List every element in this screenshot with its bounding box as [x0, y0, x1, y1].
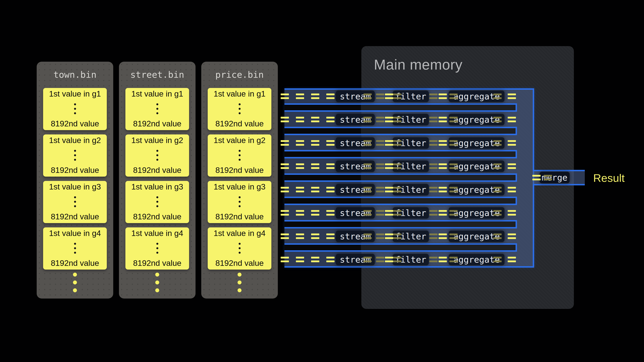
data-chunk-trail-icon [376, 187, 384, 192]
data-chunk-trail-icon [364, 234, 372, 239]
data-chunk-icon [281, 187, 289, 192]
data-chunk-icon [385, 210, 393, 216]
data-chunk-icon [296, 140, 304, 146]
data-chunk-icon [508, 117, 516, 122]
data-chunk-trail-icon [364, 210, 372, 216]
data-chunk-trail-icon [376, 117, 384, 122]
data-chunk-icon [439, 210, 447, 216]
data-chunk-trail-icon [429, 140, 438, 146]
data-chunk-trail-icon [494, 234, 502, 239]
data-chunk-icon [508, 93, 516, 99]
data-chunk-trail-icon [494, 117, 502, 122]
data-chunk-icon [439, 257, 447, 262]
data-chunk-icon [385, 257, 393, 262]
data-chunk-trail-icon [393, 163, 402, 169]
data-chunk-icon [311, 140, 319, 146]
data-chunk-trail-icon [429, 163, 438, 169]
file-name-label: town.bin [37, 69, 113, 80]
data-chunk-icon [508, 257, 516, 262]
file-name-label: street.bin [119, 69, 196, 80]
data-chunk-trail-icon [364, 257, 372, 262]
data-chunk-trail-icon [393, 93, 402, 99]
data-chunk-icon [532, 175, 540, 180]
data-chunk-icon [385, 117, 393, 122]
data-chunk-icon [296, 234, 304, 239]
data-chunk-icon [281, 140, 289, 146]
data-chunk-trail-icon [494, 140, 502, 146]
data-chunk-icon [439, 163, 447, 169]
pipeline-row: stream filter aggregate [0, 205, 644, 221]
channel-gap [284, 127, 517, 135]
file-name-label: price.bin [201, 69, 278, 80]
data-chunk-trail-icon [364, 117, 372, 122]
data-chunk-trail-icon [494, 163, 502, 169]
data-chunk-icon [508, 140, 516, 146]
data-chunk-icon [296, 93, 304, 99]
data-chunk-trail-icon [364, 163, 372, 169]
data-chunk-icon [311, 210, 319, 216]
data-chunk-icon [296, 210, 304, 216]
more-groups-ellipsis-icon [37, 273, 113, 292]
data-chunk-icon [326, 210, 334, 216]
channel-gap [284, 220, 517, 228]
data-chunk-trail-icon [393, 210, 402, 216]
more-groups-ellipsis-icon [119, 273, 196, 292]
data-chunk-icon [296, 257, 304, 262]
data-chunk-icon [508, 163, 516, 169]
data-chunk-icon [326, 163, 334, 169]
data-chunk-icon [385, 140, 393, 146]
pipeline-row: stream filter aggregate [0, 252, 644, 268]
data-chunk-icon [296, 187, 304, 192]
data-chunk-icon [326, 257, 334, 262]
data-chunk-trail-icon [429, 210, 438, 216]
data-chunk-icon [311, 257, 319, 262]
data-chunk-icon [296, 163, 304, 169]
data-chunk-icon [385, 187, 393, 192]
data-chunk-icon [281, 163, 289, 169]
data-chunk-trail-icon [393, 140, 402, 146]
data-chunk-trail-icon [494, 257, 502, 262]
data-chunk-icon [281, 234, 289, 239]
data-chunk-trail-icon [393, 234, 402, 239]
data-chunk-icon [326, 140, 334, 146]
data-chunk-trail-icon [429, 93, 438, 99]
data-chunk-icon [311, 187, 319, 192]
data-chunk-icon [439, 187, 447, 192]
result-label: Result [593, 172, 625, 184]
data-chunk-trail-icon [429, 234, 438, 239]
channel-gap [284, 173, 517, 182]
data-chunk-trail-icon [376, 234, 384, 239]
data-chunk-icon [311, 163, 319, 169]
data-chunk-icon [281, 257, 289, 262]
data-chunk-icon [281, 210, 289, 216]
data-chunk-trail-icon [494, 210, 502, 216]
data-chunk-icon [439, 117, 447, 122]
data-chunk-icon [439, 140, 447, 146]
data-chunk-trail-icon [449, 257, 458, 262]
data-chunk-trail-icon [449, 234, 458, 239]
data-chunk-icon [326, 93, 334, 99]
pipeline-row: stream filter aggregate [0, 88, 644, 104]
data-chunk-trail-icon [376, 140, 384, 146]
data-chunk-icon [326, 234, 334, 239]
data-chunk-trail-icon [429, 257, 438, 262]
data-chunk-trail-icon [449, 93, 458, 99]
data-chunk-trail-icon [376, 257, 384, 262]
data-chunk-icon [385, 234, 393, 239]
data-chunk-icon [385, 93, 393, 99]
data-chunk-trail-icon [376, 163, 384, 169]
data-chunk-trail-icon [376, 210, 384, 216]
pipeline-row: stream filter aggregate [0, 228, 644, 244]
diagram-stage: Main memory town.bin 1st value in g1 819… [0, 0, 644, 362]
data-chunk-trail-icon [393, 187, 402, 192]
data-chunk-icon [326, 117, 334, 122]
data-chunk-trail-icon [494, 187, 502, 192]
data-chunk-icon [326, 187, 334, 192]
data-chunk-icon [439, 234, 447, 239]
pipeline-row: stream filter aggregate [0, 112, 644, 128]
data-chunk-icon [311, 93, 319, 99]
data-chunk-trail-icon [364, 187, 372, 192]
data-chunk-icon [281, 117, 289, 122]
data-chunk-trail-icon [449, 140, 458, 146]
data-chunk-trail-icon [376, 93, 384, 99]
